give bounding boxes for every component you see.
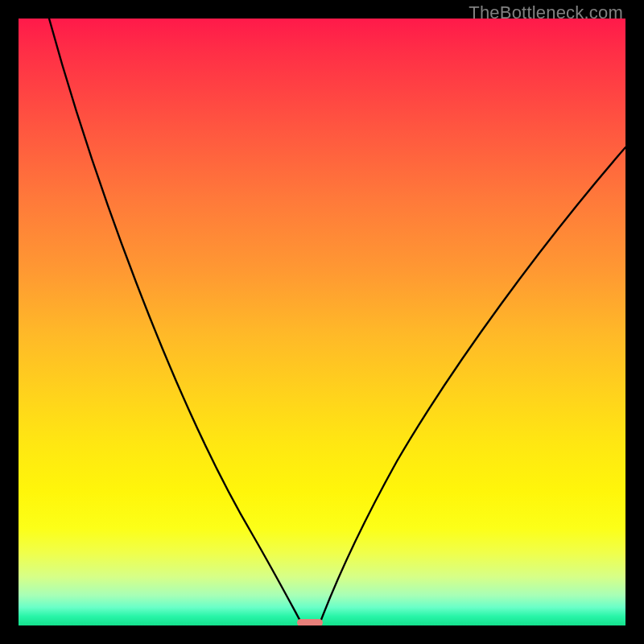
curve-right-branch (320, 147, 625, 624)
optimum-marker (297, 619, 323, 625)
chart-frame: TheBottleneck.com (0, 0, 644, 644)
watermark-text: TheBottleneck.com (469, 2, 623, 23)
bottleneck-curve (19, 19, 625, 625)
curve-left-branch (49, 19, 302, 624)
plot-area (19, 19, 625, 625)
